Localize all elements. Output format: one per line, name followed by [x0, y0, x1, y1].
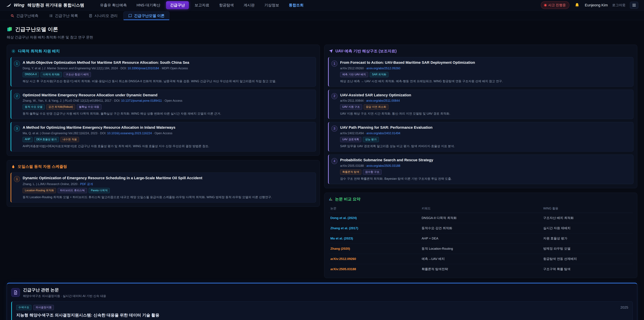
nav-item-weather[interactable]: 기상정보 [260, 1, 283, 9]
paper-authors: Ma, Q. et al. | [23, 132, 42, 135]
paper-pubinfo: , 2020 · [69, 182, 80, 186]
keyword-cell: 확률론적 탐색전략 [420, 264, 542, 274]
logout-button[interactable]: 로그아웃 [612, 3, 626, 8]
tab-rescue-list[interactable]: 긴급구난 목록 [44, 12, 83, 20]
tab-label: 시나리오 관리 [94, 13, 118, 18]
paper-link[interactable]: Zhang et al. (2017) [330, 226, 358, 230]
paper-meta-tail: · MDPI Open Access [159, 67, 188, 70]
main-nav: 유출유 확산예측 HNS·대기확산 긴급구난 보고자료 항공탐색 게시판 기상정… [96, 1, 308, 9]
notification-bell-button[interactable] [574, 2, 580, 9]
tag-row: 동적 수요 모델 강건 최적화(Robust) 불확실 수요 대응 [23, 104, 221, 110]
keyword-cell: DNSGA-II 다목적 최적화 [420, 213, 542, 223]
arxiv-link[interactable]: arxiv.org/abs/2511.00844 [366, 99, 400, 102]
paper-tag: DEA 효율성 평가 [34, 137, 59, 142]
panel-oil-spill-header: 오일스필 동적 자원 스케줄링 [7, 160, 320, 171]
left-column: 다목적 최적화 자원 배치 1 A Multi-Objective Optimi… [7, 45, 320, 207]
tab-label: 긴급구난모델 이론 [134, 13, 164, 18]
nav-item-board[interactable]: 게시판 [240, 1, 258, 9]
paper-number-badge: 3 [14, 126, 20, 132]
paper-tag: Location-Routing 최적화 [23, 188, 56, 193]
paper-description: 해상 사고 후 구조자원(구조선·항공기) 배치 최적화. 비용·응답시간 동시… [23, 79, 276, 83]
table-row: Ma et al. (2023) AHP + DEA 자원 효율성 평가 [329, 233, 633, 243]
app-logo[interactable]: Wing 해양환경 위기대응 통합시스템 [6, 2, 84, 8]
tag-row: 확률론적 탐색 잠수함 구조 [340, 169, 452, 175]
nav-item-oil-spill[interactable]: 유출유 확산예측 [96, 1, 131, 9]
paper-title: 지능형 해양수색구조 의사결정지원시스템: 신속한 대응을 위한 데이터 기술 … [16, 312, 628, 318]
comparison-table: 논문 키워드 WING 활용 Dong et al. (2024) DNSGA-… [329, 204, 633, 274]
sub-tabbar: 긴급구난예측 긴급구난 목록 시나리오 관리 긴급구난모델 이론 [0, 11, 644, 20]
panel-title: UAV·예측 기반 해상구조 (보조자료) [336, 49, 397, 54]
bell-icon [574, 3, 580, 8]
paper-tag: DNSGA-II [23, 72, 39, 77]
paper-card-arxiv-2512: 1 From Forecast to Action: UAV-Based Mar… [328, 57, 634, 87]
drone-icon [329, 49, 333, 53]
panel-uav-sar: UAV·예측 기반 해상구조 (보조자료) 1 From Forecast to… [324, 45, 637, 188]
usage-cell: 실시간 자원 재배치 [542, 223, 633, 233]
doi-link[interactable]: 10.1371/journal.pone.0189411 [121, 99, 162, 102]
hamburger-menu-button[interactable] [630, 2, 638, 9]
arxiv-link[interactable]: arxiv.org/abs/2402.01494 [366, 132, 400, 135]
pdf-link[interactable]: PDF 공개 [80, 182, 93, 186]
paper-number-badge: 1 [14, 176, 20, 182]
doi-link[interactable]: 10.3390/jmse12010184 [128, 67, 159, 70]
related-paper-tags-row: 수색구조 의사결정지원 2025 [16, 305, 628, 310]
paper-meta-tail: · Open Access [152, 132, 172, 135]
paper-card-zhang-2017: 2 Optimized Maritime Emergency Resource … [10, 90, 316, 119]
incident-dot-icon [544, 4, 546, 6]
nav-item-emergency-rescue[interactable]: 긴급구난 [166, 1, 189, 9]
nav-item-hns[interactable]: HNS·대기확산 [132, 1, 164, 9]
paper-authors: Zhang, W., Yan, X. & Yang, J. | [23, 99, 64, 102]
paper-tag: 성능 평가 [363, 137, 379, 142]
panel-related-papers: 긴급구난 관련 논문 해양수색구조 의사결정지원 · 실시간 데이터·AI 기반… [7, 283, 637, 320]
droplet-icon [11, 165, 15, 169]
paper-card-zhang-2020: 1 Dynamic Optimization of Emergency Reso… [10, 172, 316, 203]
arxiv-link[interactable]: arxiv.org/abs/2505.03188 [366, 164, 400, 167]
tag-row: 예측 기반 UAV 배치 SAR 최적화 [340, 72, 503, 77]
paper-tag: 응답 지연 최소화 [364, 104, 388, 110]
tab-rescue-model-theory[interactable]: 긴급구난모델 이론 [124, 12, 170, 20]
document-icon [13, 290, 18, 295]
paper-title: UAV-Assisted SAR Latency Optimization [340, 93, 450, 98]
tab-scenario-management[interactable]: 시나리오 관리 [84, 12, 122, 20]
arxiv-id: arXiv:2505.03188 · [340, 164, 366, 167]
incident-badge-label: 사고 진행중 [548, 3, 566, 8]
nav-item-integrated-search[interactable]: 통합조회 [285, 1, 308, 9]
tag-row: Location-Routing 최적화 하이브리드 휴리스틱 Pareto 다… [23, 188, 272, 193]
nav-item-reports[interactable]: 보고자료 [190, 1, 213, 9]
paper-link[interactable]: arXiv:2512.09260 [330, 257, 356, 261]
page-title: 긴급구난모델 이론 [15, 26, 58, 33]
paper-title: Probabilistic Submarine Search and Rescu… [340, 158, 452, 163]
tab-label: 긴급구난 목록 [55, 13, 78, 18]
paper-link[interactable]: Ma et al. (2023) [330, 237, 353, 240]
paper-link[interactable]: arXiv:2505.03188 [330, 267, 356, 271]
doi-link[interactable]: 10.1016/j.oceaneng.2023.116224 [107, 132, 152, 135]
book-icon [128, 14, 132, 18]
paper-link[interactable]: Dong et al. (2024) [330, 216, 357, 220]
comparison-header-row: 논문 키워드 WING 활용 [329, 204, 633, 213]
nav-item-aerial-search[interactable]: 항공탐색 [215, 1, 238, 9]
paper-card-arxiv-2505: 4 Probabilistic Submarine Search and Res… [328, 155, 634, 184]
paper-description: 잠수 구조 전략 확률론적 최적화. Bayesian 탐색 이론 기반 구조자… [340, 177, 452, 181]
related-papers-subtitle: 해양수색구조 의사결정지원 · 실시간 데이터·AI 기반 신속 대응 [23, 294, 106, 298]
paper-meta: arXiv:2402.01494 · arxiv.org/abs/2402.01… [340, 132, 455, 135]
page-subtitle: 해상 긴급구난 자원 배치·최적화 이론 및 참고 연구 문헌 [7, 35, 637, 40]
paper-card-ma-2023: 3 A Method for Optimizing Maritime Emerg… [10, 122, 316, 152]
paper-tag: 잠수함 구조 [363, 169, 381, 175]
books-icon [7, 27, 12, 32]
arxiv-link[interactable]: arxiv.org/abs/2512.09260 [366, 67, 400, 70]
incident-status-badge: 사고 진행중 [541, 1, 569, 9]
paper-tag: 내수면 적용 [60, 137, 79, 142]
paper-meta: Zhang, W., Yan, X. & Yang, J. | PLoS ONE… [23, 99, 221, 103]
paper-pubinfo: Vol.282:116224, 2023 · DOI: [68, 132, 107, 135]
user-name: Eunjeong Kim [585, 3, 608, 8]
panel-title: 논문 비교 요약 [335, 196, 360, 202]
paper-link[interactable]: Zhang (2020) [330, 247, 350, 250]
list-icon [49, 14, 53, 18]
paper-meta: arXiv:2505.03188 · arxiv.org/abs/2505.03… [340, 164, 452, 168]
paper-description: 동적·불확실 수요 반영 긴급구난 자원 배치 다목적 최적화. 불확실성 구간… [23, 111, 221, 116]
keyword-cell: 동적 Location-Routing [420, 243, 542, 254]
tab-rescue-prediction[interactable]: 긴급구난예측 [6, 12, 43, 20]
table-row: Dong et al. (2024) DNSGA-II 다목적 최적화 구조자산… [329, 213, 633, 223]
paper-tag: SAR 최적화 [370, 72, 388, 77]
content-grid: 다목적 최적화 자원 배치 1 A Multi-Objective Optimi… [0, 41, 644, 278]
